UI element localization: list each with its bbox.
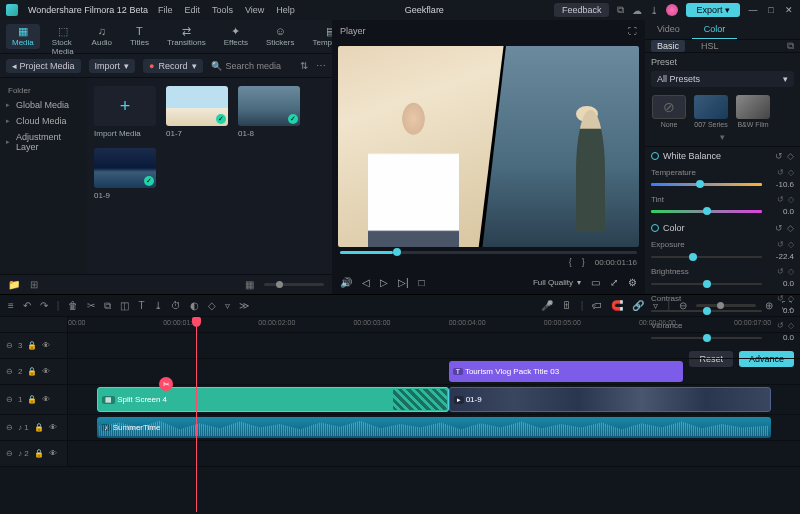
minimize-button[interactable]: — [748, 5, 758, 15]
track-visibility-icon[interactable]: 👁 [49, 423, 57, 432]
track-lock-icon[interactable]: 🔒 [27, 395, 37, 404]
expand-icon[interactable]: ⤢ [610, 277, 618, 288]
search-input[interactable]: 🔍 Search media [211, 61, 292, 71]
thumbnail-size-slider[interactable] [264, 283, 324, 286]
menu-edit[interactable]: Edit [184, 5, 200, 15]
tl-keyframe-icon[interactable]: ◇ [208, 300, 216, 311]
track-body[interactable]: TTourism Vlog Pack Title 03 [68, 359, 800, 384]
volume-icon[interactable]: 🔊 [340, 277, 352, 288]
track-lock-icon[interactable]: 🔒 [27, 367, 37, 376]
track-collapse-icon[interactable]: ⊖ [6, 423, 13, 432]
param-slider[interactable] [651, 283, 762, 285]
tl-mic-icon[interactable]: 🎤 [541, 300, 553, 311]
tl-delete-icon[interactable]: 🗑 [68, 300, 78, 311]
settings-icon[interactable]: ⚙ [628, 277, 637, 288]
clip-split[interactable]: ▦Split Screen 4 [97, 387, 448, 412]
filter-icon[interactable]: ⇅ [300, 60, 308, 71]
tl-layout-icon[interactable]: ≡ [8, 300, 14, 311]
tl-zoomin-icon[interactable]: ⊕ [765, 300, 773, 311]
keyframe-param-icon[interactable]: ◇ [788, 267, 794, 276]
maximize-button[interactable]: □ [766, 5, 776, 15]
project-media-button[interactable]: ◂ Project Media [6, 59, 81, 73]
section-toggle-icon[interactable] [651, 224, 659, 232]
reset-param-icon[interactable]: ↺ [777, 240, 784, 249]
tab-stickers[interactable]: ☺Stickers [260, 24, 300, 49]
clip-video[interactable]: ▸01-9 [449, 387, 771, 412]
param-value[interactable]: 0.0 [768, 279, 794, 288]
user-avatar[interactable] [666, 4, 678, 16]
menu-help[interactable]: Help [276, 5, 295, 15]
proptab-color[interactable]: Color [692, 20, 738, 39]
tl-speed-icon[interactable]: ⏱ [171, 300, 181, 311]
track-visibility-icon[interactable]: 👁 [42, 341, 50, 350]
options-icon[interactable]: ⋯ [316, 60, 326, 71]
param-slider[interactable] [651, 210, 762, 213]
reset-section-icon[interactable]: ↺ [775, 223, 783, 233]
tl-copy-icon[interactable]: ⧉ [104, 300, 111, 312]
track-body[interactable]: ▦Split Screen 4▸01-9 [68, 385, 800, 414]
player-progress[interactable] [340, 251, 637, 254]
cloud-icon[interactable]: ☁ [632, 5, 642, 16]
param-slider[interactable] [651, 183, 762, 186]
sidebar-item-global-media[interactable]: Global Media [0, 97, 86, 113]
proptab-video[interactable]: Video [645, 20, 692, 39]
mark-out-icon[interactable]: } [582, 257, 585, 267]
tl-link-icon[interactable]: 🔗 [632, 300, 644, 311]
track-visibility-icon[interactable]: 👁 [42, 367, 50, 376]
menu-tools[interactable]: Tools [212, 5, 233, 15]
sidebar-item-adjustment-layer[interactable]: Adjustment Layer [0, 129, 86, 155]
param-slider[interactable] [651, 310, 762, 312]
track-visibility-icon[interactable]: 👁 [42, 395, 50, 404]
add-icon[interactable]: ⊞ [30, 279, 38, 290]
reset-param-icon[interactable]: ↺ [777, 195, 784, 204]
tl-marker-icon[interactable]: ▿ [225, 300, 230, 311]
menu-file[interactable]: File [158, 5, 173, 15]
reset-section-icon[interactable]: ↺ [775, 151, 783, 161]
export-button[interactable]: Export ▾ [686, 3, 740, 17]
media-thumb[interactable]: ✓01-8 [238, 86, 300, 138]
tl-cut-icon[interactable]: ✂ [87, 300, 95, 311]
keyframe-param-icon[interactable]: ◇ [788, 240, 794, 249]
track-body[interactable] [68, 441, 800, 466]
tl-undo-icon[interactable]: ↶ [23, 300, 31, 311]
playhead[interactable] [196, 317, 197, 512]
track-body[interactable]: ♪SummerTime [68, 415, 800, 440]
reset-param-icon[interactable]: ↺ [777, 267, 784, 276]
track-lock-icon[interactable]: 🔒 [27, 341, 37, 350]
menu-view[interactable]: View [245, 5, 264, 15]
section-header[interactable]: White Balance↺◇ [645, 147, 800, 165]
track-collapse-icon[interactable]: ⊖ [6, 395, 13, 404]
preset-item[interactable]: B&W Film [735, 95, 771, 128]
tl-magnet-icon[interactable]: 🧲 [611, 300, 623, 311]
timeline-ruler[interactable]: 00:0000:00:01:0000:00:02:0000:00:03:0000… [0, 317, 800, 333]
keyframe-param-icon[interactable]: ◇ [788, 195, 794, 204]
track-collapse-icon[interactable]: ⊖ [6, 341, 13, 350]
reset-param-icon[interactable]: ↺ [777, 168, 784, 177]
quality-dropdown[interactable]: Full Quality ▾ [533, 278, 581, 287]
media-thumb[interactable]: +Import Media [94, 86, 156, 138]
sidebar-item-cloud-media[interactable]: Cloud Media [0, 113, 86, 129]
next-frame-icon[interactable]: ▷| [398, 277, 409, 288]
aspect-icon[interactable]: ▭ [591, 277, 600, 288]
param-value[interactable]: -10.6 [768, 180, 794, 189]
mark-in-icon[interactable]: { [569, 257, 572, 267]
keyframe-param-icon[interactable]: ◇ [788, 168, 794, 177]
subtab-hsl[interactable]: HSL [695, 40, 725, 52]
download-icon[interactable]: ⤓ [650, 5, 658, 16]
feedback-button[interactable]: Feedback [554, 3, 610, 17]
preset-item[interactable]: None [651, 95, 687, 128]
share-icon[interactable]: ⧉ [617, 4, 624, 16]
stop-button[interactable]: □ [419, 277, 425, 288]
tl-color-icon[interactable]: ◐ [190, 300, 199, 311]
tl-crop-icon[interactable]: ◫ [120, 300, 129, 311]
section-header[interactable]: Color↺◇ [645, 219, 800, 237]
track-body[interactable] [68, 333, 800, 358]
prev-frame-icon[interactable]: ◁ [362, 277, 370, 288]
tl-more-icon[interactable]: ≫ [239, 300, 249, 311]
snapshot-icon[interactable]: ⛶ [628, 26, 637, 36]
tl-tag-icon[interactable]: 🏷 [592, 300, 602, 311]
media-thumb[interactable]: ✓01-9 [94, 148, 156, 200]
grid-view-icon[interactable]: ▦ [245, 279, 254, 290]
tl-redo-icon[interactable]: ↷ [40, 300, 48, 311]
cut-marker-icon[interactable]: ✂ [159, 377, 173, 391]
